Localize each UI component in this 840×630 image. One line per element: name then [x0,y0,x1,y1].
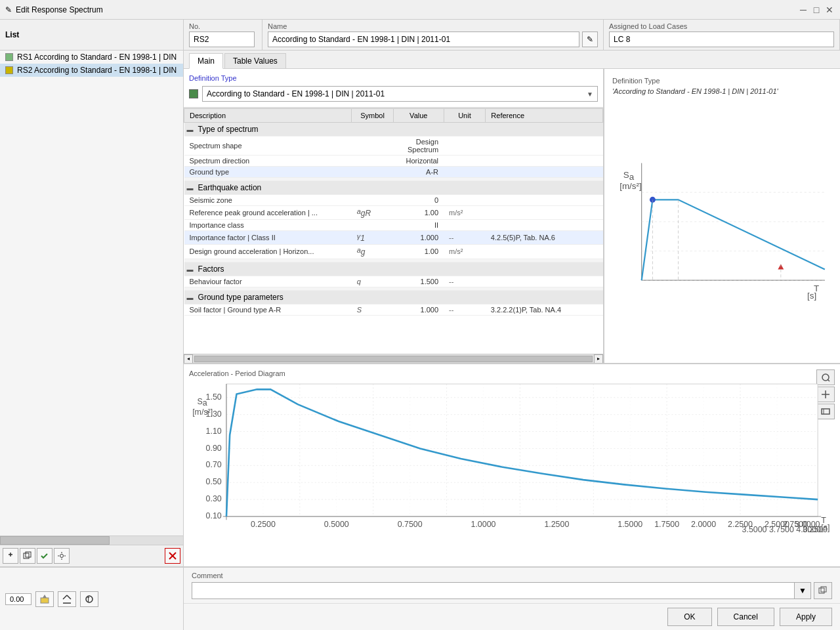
row-importance-factor-val: 1.000 [394,231,444,245]
svg-text:0.50: 0.50 [206,477,222,486]
row-spectrum-dir-ref [486,156,603,167]
row-spectrum-shape-val: Design Spectrum [394,136,444,156]
coordinate-display: 0.00 [5,593,32,605]
svg-rect-95 [819,588,824,593]
fields-row: List No. Name ✎ Assigned to Load Cases [0,20,840,51]
table-row: Ground type A-R [184,167,603,178]
row-ground-type-desc: Ground type [184,167,352,178]
row-soil-factor-unit: -- [444,304,486,315]
table-scroll-right[interactable]: ▸ [594,354,603,364]
comment-copy-btn[interactable] [814,582,832,599]
row-spectrum-dir-desc: Spectrum direction [184,156,352,167]
name-input[interactable] [268,32,579,47]
comment-dropdown-btn[interactable]: ▼ [794,582,811,599]
svg-point-5 [60,555,64,558]
no-label: No. [189,22,257,30]
row-spectrum-dir-val: Horizontal [394,156,444,167]
svg-text:0.5000: 0.5000 [324,520,349,529]
bottom-tool-1[interactable] [35,591,54,607]
definition-type-value: According to Standard - EN 1998-1 | DIN … [207,89,385,98]
svg-marker-89 [43,595,47,598]
comment-text-input[interactable] [192,582,811,599]
load-cases-input[interactable] [609,32,834,47]
group-toggle-ground-params[interactable]: ▬ [187,294,194,301]
delete-item-button[interactable] [165,548,180,564]
svg-line-91 [67,595,71,599]
list-item-rs1[interactable]: RS1 According to Standard - EN 1998-1 | … [0,51,183,64]
svg-text:Sa: Sa [197,397,207,408]
preview-title: Definition Type [612,77,832,85]
svg-text:0.7500: 0.7500 [398,520,423,529]
row-spectrum-dir-sym [352,156,394,167]
tab-main[interactable]: Main [189,53,223,69]
group-toggle-earthquake[interactable]: ▬ [187,184,194,192]
no-input[interactable] [189,32,255,47]
row-spectrum-shape-desc: Spectrum shape [184,136,352,156]
tab-table-values[interactable]: Table Values [224,53,286,68]
comment-section: Comment ▼ [184,568,840,604]
cancel-button[interactable]: Cancel [717,608,774,626]
duplicate-item-button[interactable] [20,548,35,564]
ok-button[interactable]: OK [667,608,711,626]
row-seismic-zone-ref [486,195,603,206]
left-panel: RS1 According to Standard - EN 1998-1 | … [0,51,184,566]
comment-label: Comment [192,572,832,579]
add-item-button[interactable] [3,548,18,564]
row-ref-peak-unit: m/s² [444,206,486,220]
row-spectrum-dir-unit [444,156,486,167]
svg-text:1.5000: 1.5000 [618,520,642,529]
svg-text:0.30: 0.30 [206,494,222,503]
rs1-color-indicator [5,53,13,61]
group-toggle-spectrum[interactable]: ▬ [187,126,194,133]
settings-item-button[interactable] [54,548,70,564]
close-button[interactable]: ✕ [824,5,835,15]
name-label: Name [268,22,598,30]
bottom-left-toolbar: 0.00 f [0,568,183,630]
group-toggle-factors[interactable]: ▬ [187,266,194,273]
definition-color-box [189,89,198,98]
table-row: Seismic zone 0 [184,195,603,206]
group-earthquake-label: Earthquake action [198,183,262,192]
table-row: Spectrum shape Design Spectrum [184,136,603,156]
row-design-ground-val: 1.00 [394,245,444,259]
bottom-tool-2[interactable] [58,591,76,607]
row-soil-factor-val: 1.000 [394,304,444,315]
col-symbol: Symbol [352,109,394,123]
bottom-tool-3[interactable]: f [80,591,98,607]
group-type-of-spectrum: ▬ Type of spectrum [184,123,603,136]
comment-input-row: ▼ [192,582,832,599]
svg-rect-33 [226,384,818,516]
row-importance-class-val: II [394,220,444,231]
row-behaviour-factor-desc: Behaviour factor [184,276,352,287]
table-row: Spectrum direction Horizontal [184,156,603,167]
titlebar-left: ✎ Edit Response Spectrum [5,5,103,14]
row-seismic-zone-sym [352,195,394,206]
table-scroll-left[interactable]: ◂ [184,354,193,364]
row-seismic-zone-unit [444,195,486,206]
svg-text:1.50: 1.50 [206,392,222,402]
check-item-button[interactable] [37,548,52,564]
apply-button[interactable]: Apply [780,608,832,626]
row-soil-factor-desc: Soil factor | Ground type A-R [184,304,352,315]
definition-type-dropdown[interactable]: According to Standard - EN 1998-1 | DIN … [202,86,598,102]
svg-text:0.90: 0.90 [206,444,222,453]
list-header: List [5,30,19,39]
group-spectrum-label: Type of spectrum [198,125,259,134]
comment-and-buttons: Comment ▼ OK Cancel Apply [184,568,840,630]
maximize-button[interactable]: □ [811,5,822,15]
group-factors: ▬ Factors [184,262,603,276]
form-area: Definition Type According to Standard - … [184,69,604,363]
minimize-button[interactable]: ─ [798,5,808,15]
rs2-label: RS2 According to Standard - EN 1998-1 | … [17,66,177,75]
svg-text:Sa: Sa [623,170,635,182]
app-icon: ✎ [5,5,12,14]
svg-text:3.5000  3.7500  4.0000: 3.5000 3.7500 4.0000 [742,525,822,534]
definition-type-section: Definition Type According to Standard - … [184,69,603,108]
name-edit-button[interactable]: ✎ [582,32,598,47]
row-importance-class-unit [444,220,486,231]
rs2-color-indicator [5,66,13,74]
svg-rect-88 [41,598,49,603]
row-importance-factor-sym: γ1 [352,231,394,245]
group-ground-type-params: ▬ Ground type parameters [184,290,603,304]
list-item-rs2[interactable]: RS2 According to Standard - EN 1998-1 | … [0,64,183,77]
